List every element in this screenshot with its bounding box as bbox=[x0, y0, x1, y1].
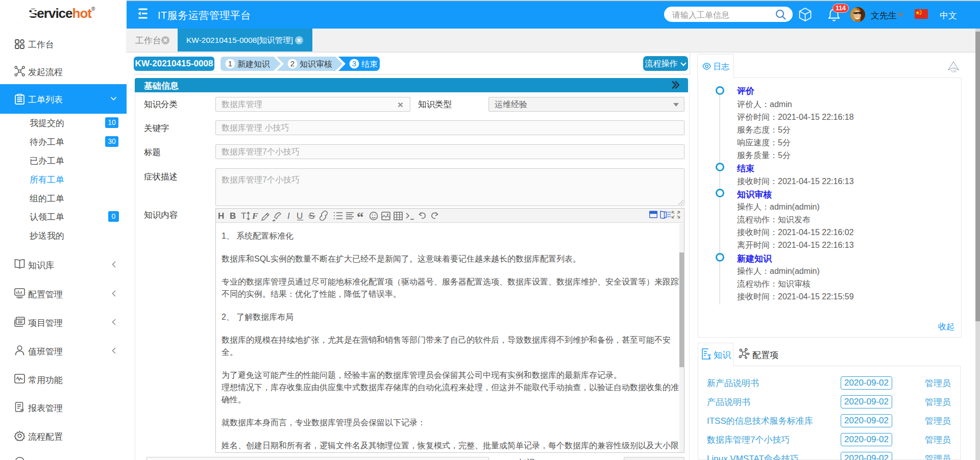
svg-text:TOP: TOP bbox=[950, 70, 957, 73]
svg-text:T: T bbox=[241, 211, 246, 221]
svg-text:2: 2 bbox=[290, 59, 295, 68]
svg-text:I: I bbox=[287, 211, 290, 221]
svg-text:F: F bbox=[252, 211, 258, 221]
svg-text:U: U bbox=[297, 211, 303, 221]
svg-text:H: H bbox=[218, 211, 224, 221]
svg-text:“: “ bbox=[357, 210, 364, 222]
svg-text:B: B bbox=[230, 211, 236, 221]
svg-text:结束: 结束 bbox=[361, 60, 378, 68]
svg-text:知识审核: 知识审核 bbox=[300, 60, 332, 68]
svg-text:1: 1 bbox=[228, 59, 232, 68]
svg-text:新建知识: 新建知识 bbox=[237, 60, 270, 68]
svg-text:3: 3 bbox=[352, 59, 356, 68]
